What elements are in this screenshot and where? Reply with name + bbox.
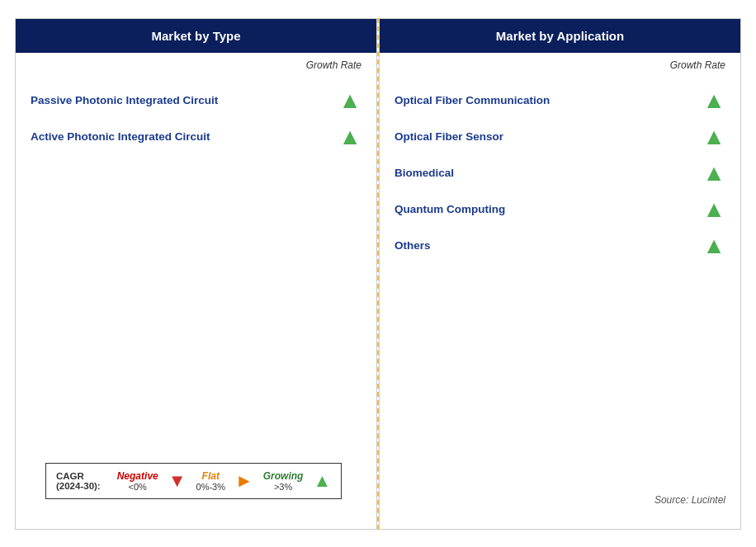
cagr-years: (2024-30): — [56, 481, 101, 491]
list-item: Passive Photonic Integrated Circuit ▲ — [16, 83, 376, 119]
left-items-list: Passive Photonic Integrated Circuit ▲ Ac… — [16, 74, 376, 440]
item-label-others: Others — [395, 239, 431, 252]
arrow-up-icon: ▲ — [702, 162, 725, 185]
list-item: Active Photonic Integrated Circuit ▲ — [16, 119, 376, 155]
left-panel: Market by Type Growth Rate Passive Photo… — [15, 18, 377, 530]
arrow-up-icon: ▲ — [338, 125, 361, 149]
legend-flat: Flat 0%-3% — [196, 470, 225, 492]
legend-negative: Negative <0% — [117, 470, 158, 492]
item-label-quantum: Quantum Computing — [395, 203, 505, 215]
arrow-up-icon: ▲ — [702, 89, 725, 112]
growing-sub: >3% — [274, 482, 292, 492]
growing-label: Growing — [263, 470, 304, 482]
source-label: Source: Lucintel — [654, 494, 725, 506]
item-label-optical-fiber-comm: Optical Fiber Communication — [395, 94, 550, 106]
item-label-biomedical: Biomedical — [395, 167, 454, 179]
item-label-optical-fiber-sensor: Optical Fiber Sensor — [395, 130, 503, 143]
flat-label: Flat — [202, 470, 220, 482]
right-items-list: Optical Fiber Communication ▲ Optical Fi… — [380, 74, 740, 529]
right-panel-header: Market by Application — [380, 19, 740, 53]
list-item: Others ▲ — [380, 228, 740, 264]
main-container: Market by Type Growth Rate Passive Photo… — [15, 18, 741, 530]
list-item: Biomedical ▲ — [380, 155, 740, 191]
left-panel-header: Market by Type — [16, 19, 376, 53]
legend-box: CAGR (2024-30): Negative <0% ▼ Flat 0%-3… — [45, 463, 342, 499]
list-item: Optical Fiber Communication ▲ — [380, 83, 740, 119]
arrow-up-icon: ▲ — [702, 234, 725, 257]
list-item: Quantum Computing ▲ — [380, 191, 740, 228]
left-growth-rate-label: Growth Rate — [16, 53, 376, 74]
negative-label: Negative — [117, 470, 158, 482]
right-growth-rate-label: Growth Rate — [380, 53, 740, 74]
flat-sub: 0%-3% — [196, 482, 225, 492]
arrow-up-green-icon: ▲ — [313, 470, 331, 492]
cagr-label: CAGR — [56, 471, 84, 481]
legend-growing: Growing >3% — [263, 470, 304, 492]
item-label-active: Active Photonic Integrated Circuit — [31, 130, 210, 143]
arrow-up-icon: ▲ — [338, 89, 361, 112]
arrow-down-red-icon: ▼ — [168, 470, 187, 492]
arrow-up-icon: ▲ — [702, 198, 725, 221]
list-item: Optical Fiber Sensor ▲ — [380, 119, 740, 155]
item-label-passive: Passive Photonic Integrated Circuit — [31, 94, 218, 106]
arrow-right-orange-icon: ► — [235, 470, 253, 492]
arrow-up-icon: ▲ — [702, 125, 725, 149]
right-panel: Market by Application Growth Rate Optica… — [379, 18, 741, 530]
negative-sub: <0% — [129, 482, 147, 492]
